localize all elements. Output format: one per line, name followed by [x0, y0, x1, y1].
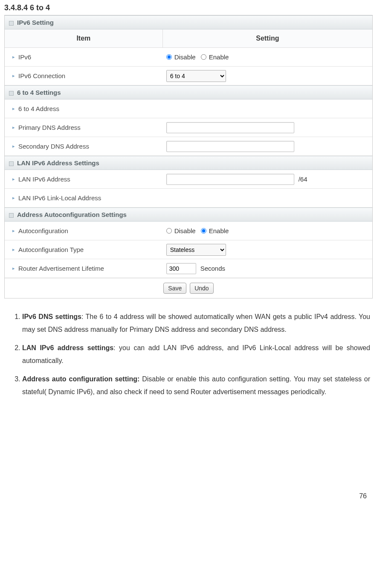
collapse-icon — [9, 161, 14, 166]
settings-panel: IPv6 Setting Item Setting ▸IPv6 Disable … — [4, 15, 373, 298]
bullet-icon: ▸ — [12, 125, 15, 130]
bullet-icon: ▸ — [12, 73, 15, 79]
row-lan-link-local: ▸LAN IPv6 Link-Local Address — [5, 189, 372, 208]
bullet-icon: ▸ — [12, 228, 15, 234]
save-button[interactable]: Save — [163, 283, 186, 294]
bullet-icon: ▸ — [12, 247, 15, 252]
router-adv-lifetime-unit: Seconds — [200, 265, 225, 272]
ipv6-enable-radio[interactable] — [201, 54, 206, 60]
autoconfig-disable-label: Disable — [174, 227, 196, 234]
col-setting: Setting — [163, 29, 372, 47]
row-ipv6-connection: ▸IPv6 Connection 6 to 4 — [5, 67, 372, 85]
section-title: 6 to 4 Settings — [17, 89, 61, 96]
collapse-icon — [9, 213, 14, 218]
bullet-icon: ▸ — [12, 266, 15, 271]
col-item: Item — [5, 29, 163, 47]
label-autoconfig-type: Autoconfiguration Type — [18, 246, 84, 253]
row-secondary-dns: ▸Secondary DNS Address — [5, 137, 372, 156]
collapse-icon — [9, 91, 14, 96]
label-ipv6-connection: IPv6 Connection — [18, 72, 65, 79]
bullet-icon: ▸ — [12, 195, 15, 201]
row-lan-ipv6-address: ▸LAN IPv6 Address /64 — [5, 170, 372, 189]
section-title: LAN IPv6 Address Settings — [17, 159, 99, 167]
row-6to4-address: ▸6 to 4 Address — [5, 99, 372, 118]
bullet-icon: ▸ — [12, 143, 15, 149]
section-6to4-settings: 6 to 4 Settings — [5, 85, 372, 99]
collapse-icon — [9, 21, 14, 26]
label-router-adv-lifetime: Router Advertisement Lifetime — [18, 265, 104, 272]
row-router-adv-lifetime: ▸Router Advertisement Lifetime Seconds — [5, 259, 372, 278]
row-primary-dns: ▸Primary DNS Address — [5, 118, 372, 137]
autoconfig-enable-radio[interactable] — [201, 228, 206, 234]
bullet-icon: ▸ — [12, 54, 15, 60]
ipv6-enable-label: Enable — [209, 53, 229, 61]
note-3-bold: Address auto configuration setting: — [22, 375, 139, 383]
section-title: IPv6 Setting — [17, 19, 54, 26]
button-row: Save Undo — [5, 278, 372, 298]
ipv6-disable-radio[interactable] — [166, 54, 172, 60]
bullet-icon: ▸ — [12, 106, 15, 111]
label-lan-link-local: LAN IPv6 Link-Local Address — [18, 194, 101, 202]
secondary-dns-input[interactable] — [166, 141, 294, 152]
lan-ipv6-suffix: /64 — [299, 176, 307, 183]
section-ipv6-setting: IPv6 Setting — [5, 15, 372, 29]
label-6to4-address: 6 to 4 Address — [18, 105, 59, 112]
router-adv-lifetime-input[interactable] — [166, 263, 196, 274]
bullet-icon: ▸ — [12, 176, 15, 182]
lan-ipv6-address-input[interactable] — [166, 174, 294, 185]
notes: IPv6 DNS settings: The 6 to 4 address wi… — [4, 310, 373, 398]
autoconfig-enable-label: Enable — [209, 227, 229, 234]
section-title: Address Autoconfiguration Settings — [17, 211, 127, 218]
note-2-bold: LAN IPv6 address settings — [22, 344, 113, 351]
section-lan-ipv6: LAN IPv6 Address Settings — [5, 156, 372, 170]
label-lan-ipv6-address: LAN IPv6 Address — [18, 176, 70, 183]
primary-dns-input[interactable] — [166, 122, 294, 133]
row-autoconfiguration: ▸Autoconfiguration Disable Enable — [5, 222, 372, 240]
row-autoconfig-type: ▸Autoconfiguration Type Stateless — [5, 240, 372, 259]
doc-heading: 3.4.8.4 6 to 4 — [4, 3, 373, 12]
page-number: 76 — [4, 492, 373, 500]
ipv6-connection-select[interactable]: 6 to 4 — [166, 70, 226, 82]
label-ipv6: IPv6 — [18, 53, 31, 61]
section-autoconfig: Address Autoconfiguration Settings — [5, 208, 372, 222]
note-1-bold: IPv6 DNS settings — [22, 313, 81, 320]
label-primary-dns: Primary DNS Address — [18, 124, 81, 131]
label-secondary-dns: Secondary DNS Address — [18, 143, 89, 150]
autoconfig-type-select[interactable]: Stateless — [166, 244, 226, 256]
note-2: LAN IPv6 address settings: you can add L… — [22, 342, 370, 367]
autoconfig-disable-radio[interactable] — [166, 228, 172, 234]
column-headers: Item Setting — [5, 29, 372, 48]
ipv6-disable-label: Disable — [174, 53, 196, 61]
row-ipv6: ▸IPv6 Disable Enable — [5, 48, 372, 67]
note-3: Address auto configuration setting: Disa… — [22, 373, 370, 398]
label-autoconfiguration: Autoconfiguration — [18, 227, 68, 234]
undo-button[interactable]: Undo — [190, 283, 213, 294]
note-1: IPv6 DNS settings: The 6 to 4 address wi… — [22, 310, 370, 336]
